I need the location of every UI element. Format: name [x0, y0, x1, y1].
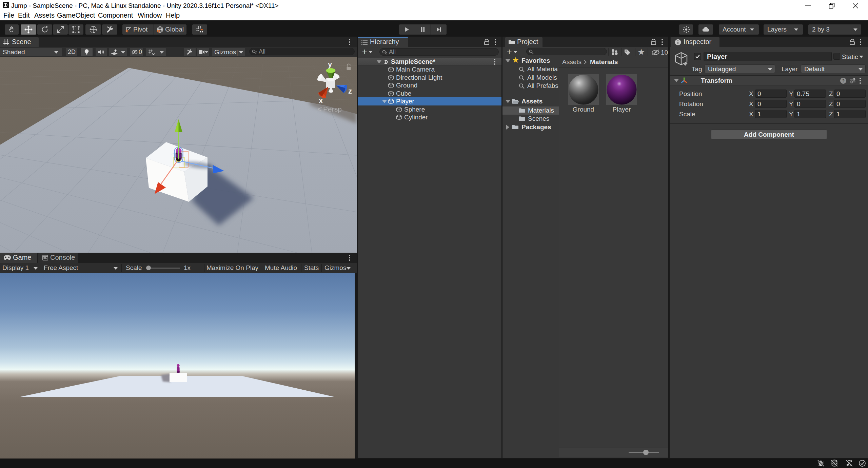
svg-text:x: x	[319, 96, 323, 105]
svg-text:z: z	[348, 87, 352, 95]
svg-text:y: y	[328, 60, 332, 69]
svg-text:<: <	[317, 105, 322, 114]
svg-text:Persp: Persp	[323, 105, 342, 113]
svg-text:?: ?	[842, 78, 845, 83]
